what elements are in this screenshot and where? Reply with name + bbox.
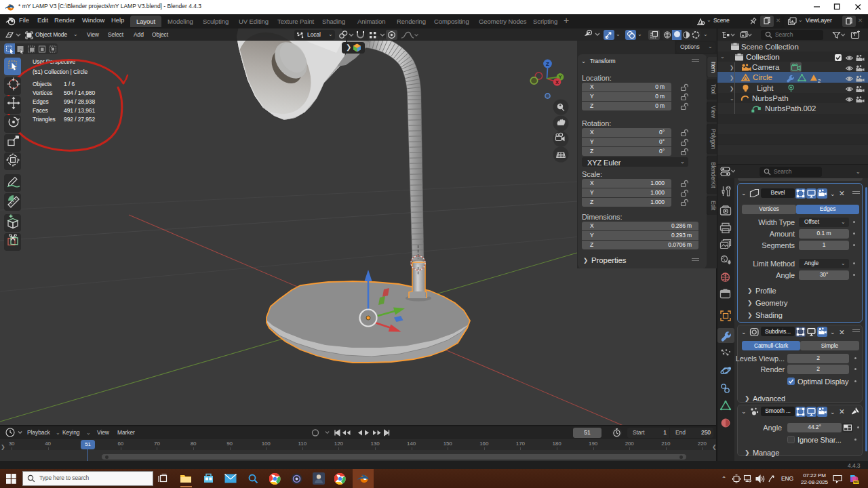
svg-text:Z: Z	[546, 61, 549, 67]
svg-text:2: 2	[818, 78, 821, 84]
svg-text:PRO: PRO	[853, 481, 859, 484]
svg-text:X: X	[555, 79, 559, 85]
